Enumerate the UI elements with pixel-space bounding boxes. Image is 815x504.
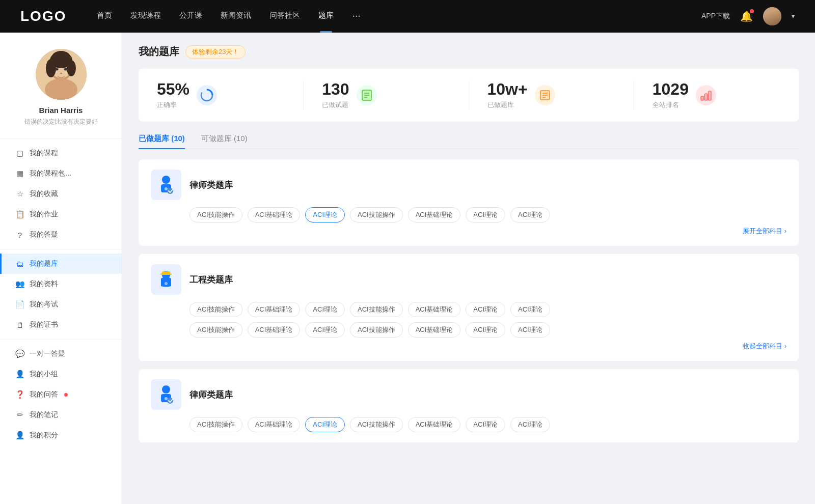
tag-law2-basic-2[interactable]: ACI基础理论 bbox=[408, 417, 461, 432]
tag-eng-basic-3[interactable]: ACI基础理论 bbox=[248, 322, 301, 338]
svg-point-30 bbox=[165, 187, 168, 190]
nav-news[interactable]: 新闻资讯 bbox=[221, 11, 251, 22]
sidebar-item-tutoring[interactable]: 💬 一对一答疑 bbox=[0, 344, 122, 364]
qbank-engineer-collapse[interactable]: 收起全部科目 › bbox=[151, 342, 786, 351]
tag-eng-theory-3[interactable]: ACI理论 bbox=[510, 302, 550, 317]
tag-law2-theory-1[interactable]: ACI理论 bbox=[305, 417, 345, 432]
sidebar-item-my-points[interactable]: 👤 我的积分 bbox=[0, 425, 122, 445]
package-icon: ▦ bbox=[15, 169, 24, 178]
cert-icon: 🗒 bbox=[15, 321, 24, 329]
course-icon: ▢ bbox=[15, 149, 24, 158]
tag-aci-skill-2[interactable]: ACI技能操作 bbox=[350, 207, 403, 222]
stat-site-rank-icon bbox=[696, 85, 716, 105]
tab-done-banks[interactable]: 已做题库 (10) bbox=[139, 134, 185, 149]
logo[interactable]: LOGO bbox=[20, 8, 66, 24]
svg-rect-26 bbox=[709, 91, 711, 100]
sidebar-item-my-package[interactable]: ▦ 我的课程包... bbox=[0, 163, 122, 184]
tag-aci-theory-2[interactable]: ACI理论 bbox=[466, 207, 505, 222]
sidebar-item-my-course-label: 我的课程 bbox=[30, 149, 58, 158]
sidebar-item-my-favorites[interactable]: ☆ 我的收藏 bbox=[0, 184, 122, 204]
tag-aci-basic-2[interactable]: ACI基础理论 bbox=[408, 207, 461, 222]
sidebar-profile: Brian Harris 错误的决定比没有决定要好 bbox=[0, 33, 122, 134]
tag-aci-basic-1[interactable]: ACI基础理论 bbox=[248, 207, 301, 222]
svg-rect-22 bbox=[701, 96, 703, 100]
sidebar-item-my-qa[interactable]: ? 我的答疑 bbox=[0, 225, 122, 245]
qbank-card-engineer: 工程类题库 ACI技能操作 ACI基础理论 ACI理论 ACI技能操作 ACI基… bbox=[139, 254, 799, 361]
tag-aci-skill-1[interactable]: ACI技能操作 bbox=[189, 207, 242, 222]
engineer-icon bbox=[151, 264, 181, 295]
sidebar-item-data-label: 我的资料 bbox=[30, 279, 58, 289]
stat-site-rank-value: 1029 bbox=[653, 81, 689, 97]
tag-eng-theory-1[interactable]: ACI理论 bbox=[305, 302, 345, 317]
qbank-lawyer-1-expand[interactable]: 展开全部科目 › bbox=[151, 227, 786, 236]
tag-law2-basic-1[interactable]: ACI基础理论 bbox=[248, 417, 301, 432]
qbank-lawyer-2-tags: ACI技能操作 ACI基础理论 ACI理论 ACI技能操作 ACI基础理论 AC… bbox=[151, 417, 786, 432]
sidebar-item-favorites-label: 我的收藏 bbox=[30, 189, 58, 199]
sidebar-item-my-exam[interactable]: 📄 我的考试 bbox=[0, 294, 122, 315]
tag-eng-theory-4[interactable]: ACI理论 bbox=[305, 322, 345, 338]
user-avatar[interactable] bbox=[763, 7, 781, 25]
sidebar-item-my-data[interactable]: 👥 我的资料 bbox=[0, 274, 122, 294]
tag-aci-theory-1[interactable]: ACI理论 bbox=[305, 207, 345, 222]
tag-eng-theory-5[interactable]: ACI理论 bbox=[466, 322, 505, 338]
sidebar-item-my-cert[interactable]: 🗒 我的证书 bbox=[0, 315, 122, 335]
sidebar-item-my-notes[interactable]: ✏ 我的笔记 bbox=[0, 405, 122, 425]
sidebar-item-exam-label: 我的考试 bbox=[30, 300, 58, 309]
svg-point-8 bbox=[55, 68, 58, 71]
sidebar-item-my-questions[interactable]: ❓ 我的问答 bbox=[0, 384, 122, 405]
tag-law2-skill-2[interactable]: ACI技能操作 bbox=[350, 417, 403, 432]
stat-accuracy-text: 55% 正确率 bbox=[157, 81, 189, 109]
stat-accuracy: 55% 正确率 bbox=[139, 81, 304, 109]
notes-icon: ✏ bbox=[15, 410, 24, 419]
tag-law2-theory-2[interactable]: ACI理论 bbox=[466, 417, 505, 432]
star-icon: ☆ bbox=[15, 189, 24, 199]
stat-done-questions-icon bbox=[357, 85, 377, 105]
page-header: 我的题库 体验剩余23天！ bbox=[139, 45, 799, 59]
points-icon: 👤 bbox=[15, 431, 24, 440]
trial-badge: 体验剩余23天！ bbox=[185, 45, 246, 59]
qbank-engineer-title: 工程类题库 bbox=[189, 274, 233, 286]
sidebar-item-my-homework[interactable]: 📋 我的作业 bbox=[0, 204, 122, 225]
nav-home[interactable]: 首页 bbox=[97, 11, 112, 22]
tag-eng-theory-6[interactable]: ACI理论 bbox=[510, 322, 550, 338]
tag-aci-theory-3[interactable]: ACI理论 bbox=[510, 207, 550, 222]
nav-open-course[interactable]: 公开课 bbox=[179, 11, 202, 22]
sidebar-divider-mid bbox=[0, 249, 122, 249]
user-motto: 错误的决定比没有决定要好 bbox=[24, 118, 98, 126]
tag-eng-theory-2[interactable]: ACI理论 bbox=[466, 302, 505, 317]
tag-eng-skill-2[interactable]: ACI技能操作 bbox=[350, 302, 403, 317]
sidebar-item-questions-label: 我的问答 bbox=[30, 390, 58, 399]
nav-discover[interactable]: 发现课程 bbox=[130, 11, 161, 22]
tag-law2-theory-3[interactable]: ACI理论 bbox=[510, 417, 550, 432]
sidebar-item-my-group[interactable]: 👤 我的小组 bbox=[0, 364, 122, 384]
avatar-dropdown-arrow[interactable]: ▾ bbox=[792, 13, 795, 20]
qbank-card-lawyer-2: 律师类题库 ACI技能操作 ACI基础理论 ACI理论 ACI技能操作 ACI基… bbox=[139, 369, 799, 442]
sidebar-item-my-question-bank[interactable]: 🗂 我的题库 bbox=[0, 254, 122, 274]
svg-point-38 bbox=[165, 397, 168, 400]
app-download-button[interactable]: APP下载 bbox=[701, 12, 730, 21]
tutoring-icon: 💬 bbox=[15, 349, 24, 358]
notification-bell[interactable]: 🔔 bbox=[740, 10, 753, 22]
nav-qa[interactable]: 问答社区 bbox=[269, 11, 300, 22]
stat-done-questions-value: 130 bbox=[322, 81, 349, 97]
svg-point-35 bbox=[165, 282, 168, 285]
nav-more[interactable]: ··· bbox=[352, 10, 361, 23]
qa-icon: ? bbox=[15, 231, 24, 239]
tag-eng-basic-2[interactable]: ACI基础理论 bbox=[408, 302, 461, 317]
tab-available-banks[interactable]: 可做题库 (10) bbox=[201, 134, 248, 149]
sidebar-item-my-course[interactable]: ▢ 我的课程 bbox=[0, 143, 122, 163]
tag-eng-basic-4[interactable]: ACI基础理论 bbox=[408, 322, 461, 338]
data-icon: 👥 bbox=[15, 279, 24, 289]
tag-law2-skill-1[interactable]: ACI技能操作 bbox=[189, 417, 242, 432]
nav-question-bank[interactable]: 题库 bbox=[318, 11, 334, 22]
stat-done-questions-text: 130 已做试题 bbox=[322, 81, 349, 109]
exam-icon: 📄 bbox=[15, 300, 24, 309]
group-icon: 👤 bbox=[15, 370, 24, 379]
nav-menu: 首页 发现课程 公开课 新闻资讯 问答社区 题库 ··· bbox=[97, 10, 701, 23]
tag-eng-basic-1[interactable]: ACI基础理论 bbox=[248, 302, 301, 317]
tag-eng-skill-4[interactable]: ACI技能操作 bbox=[350, 322, 403, 338]
qbank-card-engineer-header: 工程类题库 bbox=[151, 264, 786, 295]
tag-eng-skill-3[interactable]: ACI技能操作 bbox=[189, 322, 242, 338]
tag-eng-skill-1[interactable]: ACI技能操作 bbox=[189, 302, 242, 317]
qbank-card-lawyer-1: 律师类题库 ACI技能操作 ACI基础理论 ACI理论 ACI技能操作 ACI基… bbox=[139, 159, 799, 246]
